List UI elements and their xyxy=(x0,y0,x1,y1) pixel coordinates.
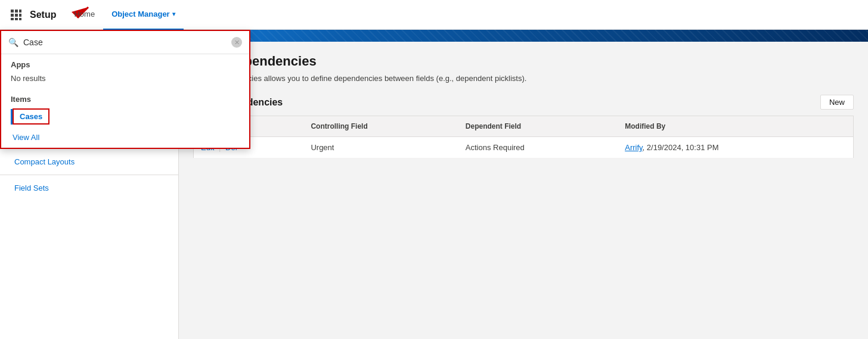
dependent-field-cell: Actions Required xyxy=(458,137,618,158)
search-dropdown: 🔍 ✕ Apps No results Items Cases View All xyxy=(0,30,250,149)
col-modified-by: Modified By xyxy=(618,116,853,137)
items-section: Items Cases View All xyxy=(1,89,249,148)
new-button[interactable]: New xyxy=(820,95,854,110)
sidebar-item-field-sets[interactable]: Field Sets xyxy=(0,178,178,198)
page-title: Field Dependencies xyxy=(193,54,854,69)
svg-rect-6 xyxy=(11,18,14,20)
col-controlling-field: Controlling Field xyxy=(303,116,458,137)
search-input[interactable] xyxy=(23,38,231,47)
controlling-field-cell: Urgent xyxy=(303,137,458,158)
sidebar-item-compact-layouts[interactable]: Compact Layouts xyxy=(0,151,178,172)
svg-rect-7 xyxy=(15,18,18,20)
col-dependent-field: Dependent Field xyxy=(458,116,618,137)
top-nav: Setup Home Object Manager ▾ xyxy=(0,0,868,30)
modified-by-cell: Arrify, 2/19/2024, 10:31 PM xyxy=(618,137,853,158)
main-content: Field Dependencies Field Dependencies al… xyxy=(179,42,868,339)
clear-icon[interactable]: ✕ xyxy=(231,37,242,48)
modified-date: , 2/19/2024, 10:31 PM xyxy=(643,143,719,152)
field-dependencies-table: Action Controlling Field Dependent Field… xyxy=(193,116,854,158)
svg-rect-5 xyxy=(19,14,21,17)
search-row: 🔍 ✕ xyxy=(1,31,249,54)
chevron-down-icon: ▾ xyxy=(172,11,175,17)
tab-home[interactable]: Home xyxy=(66,0,103,30)
apps-section: Apps No results xyxy=(1,54,249,89)
cases-item[interactable]: Cases xyxy=(13,108,49,125)
svg-rect-4 xyxy=(15,14,18,17)
svg-rect-1 xyxy=(15,10,18,13)
search-icon: 🔍 xyxy=(8,38,18,47)
view-all-link[interactable]: View All xyxy=(1,129,249,148)
modified-by-link[interactable]: Arrify xyxy=(625,143,642,152)
no-results-text: No results xyxy=(1,71,249,89)
svg-rect-2 xyxy=(19,10,21,13)
table-header-row: Action Controlling Field Dependent Field… xyxy=(194,116,854,137)
apps-section-label: Apps xyxy=(1,54,249,71)
svg-rect-8 xyxy=(19,18,21,20)
svg-rect-0 xyxy=(11,10,14,13)
page-description: Field Dependencies allows you to define … xyxy=(193,74,854,83)
grid-icon[interactable] xyxy=(7,6,25,24)
tab-object-manager[interactable]: Object Manager ▾ xyxy=(103,0,184,30)
section-header: Field Dependencies New xyxy=(193,95,854,110)
items-section-label: Items xyxy=(1,89,249,106)
table-row: Edit | Del Urgent Actions Required Arrif… xyxy=(194,137,854,158)
setup-label: Setup xyxy=(30,10,56,20)
svg-rect-3 xyxy=(11,14,14,17)
